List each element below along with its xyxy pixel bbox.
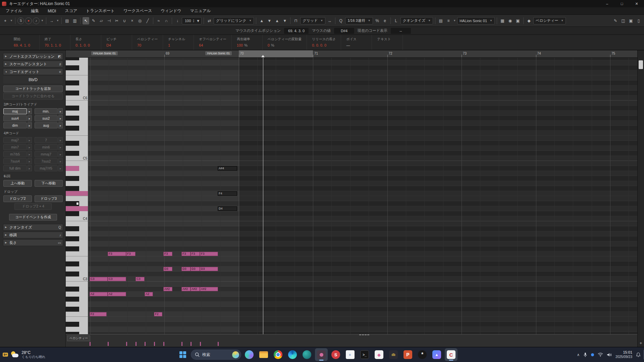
close-button[interactable]: ✕ bbox=[629, 0, 644, 7]
midi-note-F3[interactable]: F3 bbox=[181, 252, 191, 256]
piano-key-C#3[interactable] bbox=[66, 272, 88, 277]
velocity-bar[interactable] bbox=[200, 342, 201, 346]
match-chord-track-button[interactable]: コードトラックに合わせる bbox=[3, 93, 63, 100]
piano-key-C#2[interactable] bbox=[66, 332, 88, 334]
midi-note-C3[interactable]: C3 bbox=[136, 277, 145, 281]
zoom-plus-button[interactable]: + bbox=[638, 341, 644, 346]
transpose-up-icon[interactable]: ▲ bbox=[274, 17, 280, 24]
triad-arrow-icon[interactable]: ▶ bbox=[58, 115, 63, 121]
editor-setup-icon[interactable]: ⌖ bbox=[2, 17, 9, 24]
info-field-voice[interactable]: ボイス— bbox=[341, 35, 372, 50]
nudge-down-icon[interactable]: ▼ bbox=[266, 17, 273, 24]
menu-window[interactable]: ウィンドウ bbox=[156, 7, 185, 14]
piano-key-B5[interactable] bbox=[66, 101, 88, 106]
tetrad-arrow-icon[interactable]: ▶ bbox=[28, 151, 32, 157]
piano-key-C3[interactable]: C3 bbox=[66, 277, 88, 282]
info-field-pitch[interactable]: ピッチD4 bbox=[101, 35, 132, 50]
search-highlights-icon[interactable] bbox=[232, 351, 239, 358]
piano-key-D4[interactable] bbox=[66, 206, 88, 211]
select-tool-button[interactable]: ↖ bbox=[83, 17, 89, 24]
midi-note-A2[interactable]: A2 bbox=[108, 292, 126, 296]
tetrad-mmaj7[interactable]: mmaj7 bbox=[35, 151, 58, 157]
piano-key-D5[interactable] bbox=[66, 146, 88, 151]
info-field-text[interactable]: テキスト bbox=[372, 35, 403, 50]
triad-dim[interactable]: dim bbox=[3, 122, 27, 128]
taskbar-app-chatgpt[interactable]: * bbox=[416, 348, 429, 361]
piano-key-C#6[interactable] bbox=[66, 90, 88, 96]
menu-workspaces[interactable]: ワークスペース bbox=[119, 7, 156, 14]
piano-key-F2[interactable] bbox=[66, 312, 88, 317]
piano-key-E4[interactable] bbox=[66, 196, 88, 201]
info-field-length[interactable]: 長さ0. 1. 0. 0 bbox=[70, 35, 101, 50]
draw-tool-button[interactable]: ✎ bbox=[90, 17, 97, 24]
tray-app-icon[interactable] bbox=[591, 353, 594, 356]
taskbar-app-steinberg-activation[interactable]: S bbox=[329, 348, 342, 361]
inspector-section-4[interactable]: ▶移調♪ bbox=[3, 232, 63, 238]
inspector-section-3[interactable]: ▶クオンタイズQ bbox=[3, 224, 63, 231]
piano-key-F#5[interactable] bbox=[66, 126, 88, 131]
midi-note-C3[interactable]: C3 bbox=[108, 277, 126, 281]
piano-key-B4[interactable] bbox=[66, 161, 88, 166]
nudge-up-icon[interactable]: ▲ bbox=[258, 17, 265, 24]
drop2-4-button[interactable]: ドロップ2 + 4 bbox=[14, 203, 52, 210]
length-quantize-icon[interactable]: L bbox=[393, 17, 399, 24]
velocity-bar[interactable] bbox=[136, 342, 137, 346]
right-zone-toggle-icon[interactable]: ▯ bbox=[635, 17, 642, 24]
inspector-section-2[interactable]: ▼コードエディット≡ bbox=[3, 68, 63, 75]
piano-key-B3[interactable] bbox=[66, 221, 88, 226]
piano-key-F#2[interactable] bbox=[66, 307, 88, 312]
inspector-section-5[interactable]: ▶長さ▭ bbox=[3, 239, 63, 246]
inspector-section-1[interactable]: ▶スケールアシスタント♯ bbox=[3, 61, 63, 67]
glue-tool-button[interactable]: ∪ bbox=[121, 17, 128, 24]
piano-key-C#5[interactable] bbox=[66, 151, 88, 156]
midi-note-F2[interactable]: F2 bbox=[90, 312, 107, 316]
midi-note-F2[interactable]: F2 bbox=[154, 312, 162, 316]
triad-sus2[interactable]: sus2 bbox=[35, 115, 58, 121]
drop2-button[interactable]: ドロップ2 bbox=[3, 195, 32, 202]
grid-link-select[interactable]: グリッドにリンク▼ bbox=[214, 17, 254, 24]
autoscroll-caret[interactable]: ▼ bbox=[56, 19, 59, 22]
midi-note-A2[interactable]: A2 bbox=[145, 292, 153, 296]
show-part-borders-icon[interactable]: ▤ bbox=[64, 17, 70, 24]
piano-key-G#3[interactable] bbox=[66, 236, 88, 241]
triad-arrow-icon[interactable]: ▶ bbox=[58, 108, 63, 114]
transpose-down-icon[interactable]: ▼ bbox=[281, 17, 288, 24]
info-field-off-velocity[interactable]: オフベロシティー64 bbox=[194, 35, 232, 50]
volume-icon[interactable] bbox=[607, 353, 612, 357]
taskbar-app-camera-app[interactable] bbox=[315, 348, 328, 361]
midi-note-D3[interactable]: D3 bbox=[163, 267, 172, 271]
midi-note-A#2[interactable]: A#2 bbox=[163, 287, 172, 291]
tetrad-arrow-icon[interactable]: ▶ bbox=[58, 158, 63, 164]
start-button[interactable] bbox=[176, 348, 189, 361]
tetrad-arrow-icon[interactable]: ▶ bbox=[58, 165, 63, 171]
piano-key-F3[interactable] bbox=[66, 251, 88, 256]
menu-transport[interactable]: トランスポート bbox=[82, 7, 119, 14]
maximize-button[interactable]: □ bbox=[614, 0, 629, 7]
edit-active-part-only-icon[interactable]: ▥ bbox=[71, 17, 78, 24]
scrollbar-thumb[interactable] bbox=[639, 60, 643, 69]
piano-key-A4[interactable] bbox=[66, 171, 88, 176]
tetrad-7[interactable]: 7 bbox=[35, 137, 58, 143]
midi-note-D3[interactable]: D3 bbox=[200, 267, 218, 271]
note-grid[interactable]: A#4F4D4F3F3F3F3F3F3D3D3D3D3C3C3C3A#2A#2A… bbox=[88, 58, 637, 334]
notification-bell-icon[interactable] bbox=[636, 352, 641, 357]
part-caret[interactable]: ▼ bbox=[453, 19, 456, 22]
velocity-lane[interactable]: ベロシティー bbox=[66, 334, 637, 347]
menu-edit[interactable]: 編集 bbox=[26, 7, 43, 14]
triad-arrow-icon[interactable]: ▶ bbox=[58, 122, 63, 128]
piano-key-C#4[interactable] bbox=[66, 211, 88, 216]
grid-link-icon[interactable]: ⇄ bbox=[206, 17, 213, 24]
piano-key-A5[interactable] bbox=[66, 111, 88, 116]
midi-note-D4[interactable]: D4 bbox=[218, 206, 237, 211]
midi-note-A#2[interactable]: A#2 bbox=[191, 287, 200, 291]
microphone-icon[interactable] bbox=[583, 352, 587, 357]
event-color-select[interactable]: ベロシティー▼ bbox=[533, 17, 566, 24]
piano-key-D#5[interactable] bbox=[66, 141, 88, 146]
piano-key-G6[interactable] bbox=[66, 60, 88, 65]
info-field-velocity-variance[interactable]: ベロシティーの変動量0% bbox=[263, 35, 307, 50]
midi-note-C3[interactable]: C3 bbox=[90, 277, 108, 281]
piano-key-D#6[interactable] bbox=[66, 80, 88, 85]
taskbar-app-powerpoint[interactable]: P bbox=[401, 348, 414, 361]
tetrad-maj7[interactable]: maj7 bbox=[3, 137, 27, 143]
midi-note-A#2[interactable]: A#2 bbox=[181, 287, 191, 291]
